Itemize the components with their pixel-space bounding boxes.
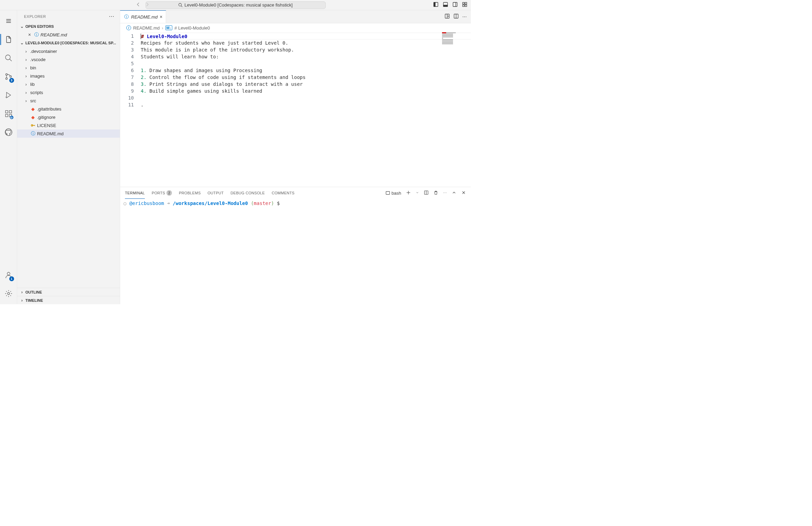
comments-tab[interactable]: COMMENTS [272,187,295,199]
close-icon[interactable]: × [27,32,32,37]
open-editor-filename: README.md [40,32,67,37]
accounts-badge: 1 [9,276,14,281]
layout-sidebar-right-icon[interactable] [452,2,458,8]
minimap[interactable] [442,32,469,46]
split-editor-icon[interactable] [453,13,459,20]
svg-point-31 [448,16,449,17]
nav-back-icon[interactable] [136,2,141,9]
folder-item[interactable]: ›images [17,72,120,80]
chevron-right-icon: › [19,290,25,295]
command-center-text: Level0-Module0 [Codespaces: musical spac… [184,2,292,8]
open-editors-section[interactable]: ⌄ OPEN EDITORS [17,22,120,31]
extensions-badge [10,116,13,119]
maximize-panel-icon[interactable] [452,190,456,196]
key-icon: 🔑︎ [30,123,36,128]
folder-item[interactable]: ›src [17,96,120,105]
sidebar-more-icon[interactable]: ⋯ [109,13,115,20]
folder-section[interactable]: ⌄ LEVEL0-MODULE0 [CODESPACES: MUSICAL SP… [17,39,120,47]
explorer-tab[interactable] [0,34,17,45]
github-tab[interactable] [0,127,17,138]
layout-customize-icon[interactable] [462,2,467,8]
breadcrumb-file[interactable]: README.md [133,25,160,31]
file-name: .gitignore [37,115,55,120]
svg-point-18 [5,78,7,80]
extensions-tab[interactable] [0,108,17,119]
run-debug-tab[interactable] [0,90,17,101]
svg-rect-21 [5,111,8,113]
ports-tab[interactable]: PORTS 2 [152,187,172,199]
tab-readme[interactable]: ⓘ README.md × [120,10,166,23]
more-actions-icon[interactable]: ⋯ [462,14,467,19]
source-control-tab[interactable]: 3 [0,71,17,82]
terminal-tab[interactable]: TERMINAL [125,187,145,199]
kill-terminal-icon[interactable] [433,190,438,196]
folder-item[interactable]: ›lib [17,80,120,88]
folder-name: images [30,73,45,79]
settings-button[interactable] [0,288,17,299]
folder-name: src [30,98,36,103]
timeline-section[interactable]: › TIMELINE [17,296,120,304]
svg-rect-12 [465,5,467,7]
chevron-down-icon: ⌄ [19,24,25,29]
ports-badge: 2 [166,190,172,196]
split-terminal-icon[interactable] [424,190,429,196]
svg-point-16 [5,55,10,60]
folder-label: LEVEL0-MODULE0 [CODESPACES: MUSICAL SP..… [25,41,116,45]
terminal[interactable]: ○ @ericbusboom ➜ /workspaces/Level0-Modu… [120,199,471,304]
accounts-button[interactable]: 1 [0,270,17,281]
svg-rect-7 [453,2,457,7]
layout-sidebar-left-icon[interactable] [433,2,439,8]
chevron-right-icon: › [23,49,29,54]
editor[interactable]: 1234567891011 # Level0-Module0Recipes fo… [120,32,471,187]
titlebar: Level0-Module0 [Codespaces: musical spac… [0,0,471,10]
breadcrumb-heading[interactable]: # Level0-Module0 [174,25,210,31]
breadcrumbs[interactable]: i README.md › M↓ # Level0-Module0 [120,23,471,32]
file-item[interactable]: ⓘREADME.md [17,129,120,138]
close-icon[interactable]: × [160,14,162,20]
panel-tab-bar: TERMINAL PORTS 2 PROBLEMS OUTPUT DEBUG C… [120,187,471,199]
preview-icon[interactable] [444,13,450,20]
svg-rect-10 [465,2,467,4]
scm-badge: 3 [9,78,14,83]
file-item[interactable]: ◆.gitignore [17,113,120,121]
sidebar-title: EXPLORER [24,14,46,19]
chevron-right-icon: › [23,98,29,103]
open-editor-item[interactable]: × ⓘ README.md [17,31,120,39]
folder-item[interactable]: ›.vscode [17,55,120,64]
folder-name: .vscode [30,57,46,62]
more-icon[interactable]: ⋯ [443,191,447,195]
layout-panel-icon[interactable] [443,2,448,8]
svg-point-17 [5,74,7,76]
nav-forward-icon[interactable] [144,2,150,9]
file-name: README.md [37,131,63,136]
folder-name: .devcontainer [30,49,57,54]
folder-item[interactable]: ›scripts [17,88,120,96]
chevron-right-icon: › [162,25,163,31]
chevron-right-icon: › [23,57,29,62]
menu-button[interactable] [0,15,17,26]
folder-item[interactable]: ›bin [17,64,120,72]
editor-area: ⓘ README.md × ⋯ i README.md › M↓ # Level… [120,10,471,304]
terminal-dropdown-icon[interactable] [416,191,419,195]
outline-section[interactable]: › OUTLINE [17,288,120,296]
problems-tab[interactable]: PROBLEMS [179,187,201,199]
activity-bar: 3 1 [0,10,17,304]
info-icon: ⓘ [34,32,39,38]
new-terminal-icon[interactable] [406,190,411,196]
search-tab[interactable] [0,53,17,64]
debug-console-tab[interactable]: DEBUG CONSOLE [231,187,265,199]
terminal-profile[interactable]: bash [385,191,401,196]
chevron-right-icon: › [19,298,25,303]
file-item[interactable]: 🔑︎LICENSE [17,121,120,129]
info-icon: i [126,25,131,30]
output-tab[interactable]: OUTPUT [208,187,224,199]
svg-point-28 [8,293,10,295]
file-item[interactable]: ◆.gitattributes [17,105,120,113]
chevron-right-icon: › [23,82,29,87]
svg-point-27 [7,272,10,275]
svg-rect-11 [463,5,464,7]
folder-item[interactable]: ›.devcontainer [17,47,120,55]
svg-rect-34 [386,192,390,195]
command-center[interactable]: Level0-Module0 [Codespaces: musical spac… [146,1,326,9]
close-panel-icon[interactable] [461,190,466,196]
